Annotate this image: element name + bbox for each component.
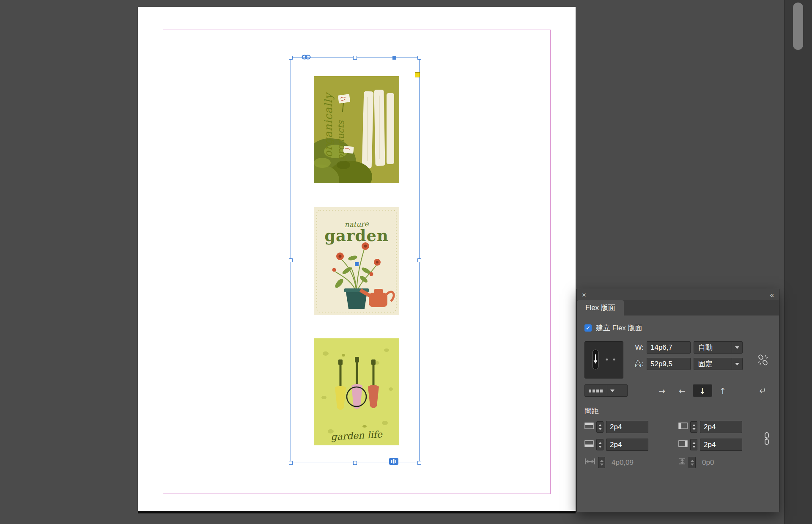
row-gap-stepper	[689, 457, 696, 468]
spacing-right-icon	[678, 440, 688, 449]
column-gap-stepper	[598, 457, 605, 468]
direction-up-button[interactable]: ↑	[713, 384, 732, 397]
row-gap-input	[698, 456, 741, 469]
link-spacing-icon[interactable]	[763, 432, 771, 447]
flex-direction-group: → ← ↓ ↑	[652, 384, 732, 397]
spacing-bottom-stepper[interactable]	[596, 439, 604, 450]
width-input[interactable]	[647, 341, 691, 354]
spacing-heading: 間距	[584, 406, 771, 416]
spacing-bottom-icon	[584, 440, 594, 449]
spacing-section	[584, 421, 771, 469]
chevron-down-icon	[732, 342, 742, 353]
corner-radius-handle[interactable]	[415, 72, 420, 77]
row-gap-icon	[678, 458, 686, 467]
spacing-top-stepper[interactable]	[596, 421, 604, 433]
direction-left-button[interactable]: ←	[672, 384, 692, 397]
direction-right-button[interactable]: →	[652, 384, 672, 397]
linked-frame-icon[interactable]	[301, 54, 311, 62]
width-mode-dropdown[interactable]: 自動	[694, 341, 743, 354]
create-flex-row: ✓ 建立 Flex 版面	[584, 323, 771, 333]
panel-tab-bar: Flex 版面	[577, 300, 779, 315]
create-flex-label: 建立 Flex 版面	[596, 323, 642, 333]
handle-flex-top[interactable]	[392, 56, 396, 60]
tab-flex-layout[interactable]: Flex 版面	[577, 300, 624, 315]
application-window: organically products	[0, 0, 812, 524]
panel-body: ✓ 建立 Flex 版面 W: 自	[577, 315, 779, 469]
display-mode-dropdown[interactable]	[584, 384, 628, 397]
handle-top-center[interactable]	[353, 56, 357, 60]
content-grabber[interactable]	[355, 262, 359, 266]
spacing-bottom-input[interactable]	[606, 439, 648, 451]
handle-mid-right[interactable]	[417, 258, 421, 262]
height-input[interactable]	[647, 358, 691, 370]
selection-frame[interactable]	[291, 58, 420, 463]
handle-bottom-left[interactable]	[289, 461, 293, 465]
items-pattern-icon	[585, 389, 607, 393]
spacing-left-input[interactable]	[700, 421, 742, 433]
check-icon: ✓	[586, 325, 590, 331]
handle-bottom-right[interactable]	[417, 461, 421, 465]
spacing-top-icon	[584, 422, 594, 431]
chevron-down-icon	[732, 358, 742, 370]
collapse-panel-icon[interactable]: «	[770, 291, 774, 299]
spacing-top-input[interactable]	[606, 421, 648, 433]
spacing-left-stepper[interactable]	[690, 421, 697, 433]
handle-bottom-center[interactable]	[353, 461, 357, 465]
width-mode-value: 自動	[694, 343, 732, 352]
flex-layout-badge-icon[interactable]	[389, 458, 398, 466]
wrap-return-icon[interactable]: ↵	[754, 386, 771, 396]
height-label: 高:	[630, 359, 644, 369]
handle-top-left[interactable]	[289, 56, 293, 60]
spacing-left-icon	[678, 422, 688, 431]
unlink-dimensions-icon[interactable]	[754, 354, 771, 366]
spacing-right-input[interactable]	[700, 439, 742, 451]
flex-direction-proxy	[584, 341, 623, 379]
flow-controls-row: → ← ↓ ↑ ↵	[584, 384, 771, 397]
scrollbar-thumb[interactable]	[793, 3, 803, 50]
width-label: W:	[630, 343, 644, 352]
close-icon[interactable]: ×	[582, 291, 586, 299]
spacing-right-stepper[interactable]	[690, 439, 697, 450]
height-mode-dropdown[interactable]: 固定	[694, 358, 743, 370]
scrollbar-track[interactable]	[784, 0, 812, 524]
column-gap-icon	[584, 458, 595, 467]
panel-header: × «	[577, 289, 779, 300]
flex-layout-panel: × « Flex 版面 ✓ 建立 Flex 版面	[577, 289, 779, 512]
height-mode-value: 固定	[694, 359, 732, 369]
create-flex-checkbox[interactable]: ✓	[584, 324, 592, 332]
handle-top-right[interactable]	[417, 56, 421, 60]
direction-down-button[interactable]: ↓	[693, 384, 712, 397]
dimensions-section: W: 自動 高: 固定	[584, 341, 771, 379]
chevron-down-icon	[607, 385, 617, 396]
handle-mid-left[interactable]	[289, 258, 293, 262]
column-gap-input	[608, 456, 650, 469]
